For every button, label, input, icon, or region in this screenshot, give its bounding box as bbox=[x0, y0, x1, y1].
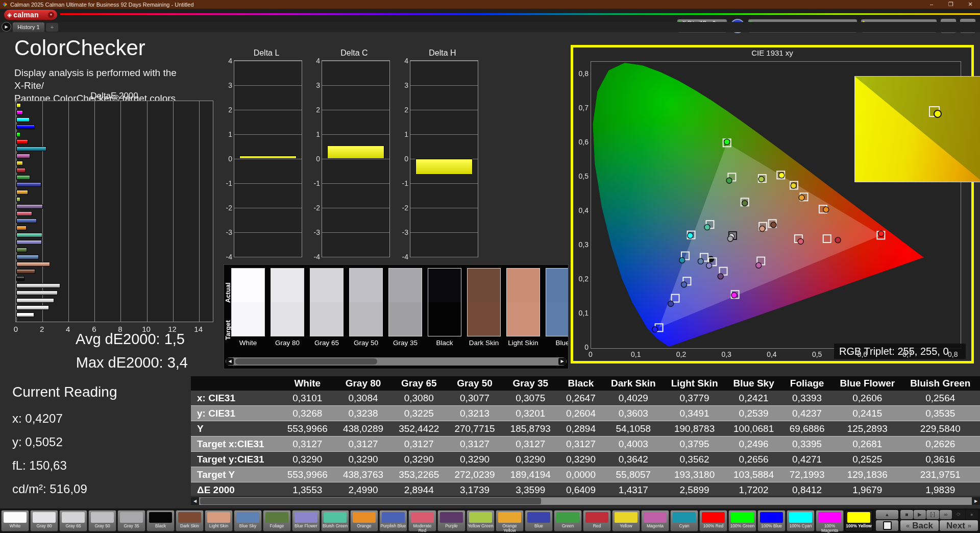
viewer-swatch-gray-50[interactable] bbox=[349, 268, 383, 336]
cell-value: 0,3127 bbox=[335, 437, 391, 452]
pattern-label: Moderate Red bbox=[409, 524, 436, 532]
strip-expand-button[interactable]: ▲ bbox=[876, 510, 898, 519]
tab-scroll-button[interactable]: ▶ bbox=[2, 22, 11, 32]
calman-menu-button[interactable]: ◈ calman ▾ bbox=[4, 10, 57, 20]
scrollbar-thumb[interactable] bbox=[235, 358, 377, 365]
table-scroll-right-icon[interactable]: ▶ bbox=[972, 497, 980, 505]
measured-point-cyan bbox=[679, 257, 685, 263]
cell-value: 553,9966 bbox=[280, 421, 335, 437]
table-scroll-left-icon[interactable]: ◀ bbox=[191, 497, 199, 505]
row-label: Target y:CIE31 bbox=[191, 452, 280, 467]
pattern-button-100-yellow[interactable]: 100% Yellow bbox=[845, 510, 873, 531]
deltae-bar-gray-65 bbox=[16, 298, 54, 303]
scroll-right-icon[interactable]: ▶ bbox=[558, 358, 566, 365]
restore-button[interactable]: ❐ bbox=[941, 0, 961, 9]
gridline bbox=[234, 159, 302, 159]
pattern-button-purple[interactable]: Purple bbox=[437, 510, 465, 531]
pattern-button-foliage[interactable]: Foliage bbox=[263, 510, 291, 531]
cell-value: 0,4029 bbox=[603, 391, 664, 406]
pattern-button-blue-sky[interactable]: Blue Sky bbox=[234, 510, 262, 531]
table-scrollbar-thumb[interactable] bbox=[200, 498, 541, 504]
gridline bbox=[410, 134, 478, 135]
pattern-button-blue[interactable]: Blue bbox=[525, 510, 553, 531]
pattern-button-100-green[interactable]: 100% Green bbox=[728, 510, 756, 531]
axis-tick-label: 0,1 bbox=[627, 350, 645, 358]
pattern-swatch bbox=[498, 512, 521, 523]
cell-value: 189,4194 bbox=[503, 467, 558, 482]
pattern-button-100-cyan[interactable]: 100% Cyan bbox=[787, 510, 815, 531]
cell-value: 69,6886 bbox=[782, 421, 832, 437]
deltae-bar-bluish-green bbox=[16, 233, 42, 237]
axis-tick-label: 4 bbox=[400, 57, 408, 65]
pattern-button-100-magenta[interactable]: 100% Magenta bbox=[816, 510, 844, 531]
stop-icon[interactable]: ■ bbox=[900, 510, 913, 519]
gridline bbox=[120, 101, 121, 322]
pattern-button-100-red[interactable]: 100% Red bbox=[699, 510, 727, 531]
target-color bbox=[546, 302, 569, 336]
tab-history-1[interactable]: History 1 bbox=[13, 22, 44, 32]
deltae-bar-red bbox=[16, 168, 26, 173]
close-button[interactable]: ✕ bbox=[961, 0, 980, 9]
axis-tick-label: 0,5 bbox=[808, 350, 826, 358]
table-scrollbar[interactable]: ◀ ▶ bbox=[191, 497, 980, 505]
viewer-swatch-gray-80[interactable] bbox=[271, 268, 304, 336]
viewer-swatch-blue[interactable] bbox=[546, 268, 569, 336]
pattern-button-red[interactable]: Red bbox=[583, 510, 611, 531]
refresh-icon[interactable]: ⟳ bbox=[952, 510, 965, 519]
add-tab-button[interactable]: + bbox=[46, 23, 58, 32]
viewer-swatch-black[interactable] bbox=[428, 268, 461, 336]
single-measure-icon[interactable]: [·] bbox=[926, 510, 939, 519]
pattern-button-light-skin[interactable]: Light Skin bbox=[205, 510, 233, 531]
record-icon[interactable]: ● bbox=[966, 510, 978, 519]
pattern-button-orange-yellow[interactable]: Orange Yellow bbox=[496, 510, 524, 531]
current-reading-title: Current Reading bbox=[12, 384, 117, 400]
viewer-swatch-dark-skin[interactable] bbox=[467, 268, 501, 336]
pattern-button-100-blue[interactable]: 100% Blue bbox=[757, 510, 786, 531]
pattern-swatch bbox=[4, 512, 27, 523]
pattern-button-gray-65[interactable]: Gray 65 bbox=[59, 510, 87, 531]
pattern-button-white[interactable]: White bbox=[1, 510, 29, 531]
scroll-left-icon[interactable]: ◀ bbox=[226, 358, 234, 365]
pattern-button-dark-skin[interactable]: Dark Skin bbox=[176, 510, 204, 531]
continuous-icon[interactable]: ∞ bbox=[940, 510, 952, 519]
actual-color bbox=[271, 269, 304, 302]
pattern-button-yellow-green[interactable]: Yellow Green bbox=[467, 510, 495, 531]
pattern-button-yellow[interactable]: Yellow bbox=[612, 510, 640, 531]
pattern-button-blue-flower[interactable]: Blue Flower bbox=[292, 510, 320, 531]
gridline bbox=[322, 257, 389, 257]
back-button[interactable]: « Back bbox=[900, 520, 939, 531]
gridline bbox=[42, 101, 43, 322]
cell-value: 0,2525 bbox=[832, 452, 902, 467]
viewer-swatch-light-skin[interactable] bbox=[506, 268, 540, 336]
pattern-button-orange[interactable]: Orange bbox=[350, 510, 378, 531]
viewer-swatch-gray-35[interactable] bbox=[388, 268, 422, 336]
pattern-button-cyan[interactable]: Cyan bbox=[670, 510, 698, 531]
pattern-button-gray-50[interactable]: Gray 50 bbox=[88, 510, 116, 531]
next-button[interactable]: Next » bbox=[940, 520, 978, 531]
play-icon[interactable]: ▶ bbox=[914, 510, 926, 519]
cell-value: 0,2656 bbox=[726, 452, 782, 467]
actual-color bbox=[546, 269, 569, 302]
pattern-button-black[interactable]: Black bbox=[146, 510, 175, 531]
axis-tick-label: 0,7 bbox=[573, 104, 589, 112]
axis-tick-label: 2 bbox=[400, 106, 408, 114]
pattern-button-moderate-red[interactable]: Moderate Red bbox=[408, 510, 436, 531]
pattern-button-gray-35[interactable]: Gray 35 bbox=[117, 510, 145, 531]
pattern-button-bluish-green[interactable]: Bluish Green bbox=[321, 510, 349, 531]
pattern-button-magenta[interactable]: Magenta bbox=[641, 510, 669, 531]
window-marker-button[interactable] bbox=[876, 520, 898, 531]
pattern-button-green[interactable]: Green bbox=[554, 510, 582, 531]
axis-tick-label: 1 bbox=[224, 130, 232, 138]
pattern-button-purplish-blue[interactable]: Purplish Blue bbox=[379, 510, 407, 531]
target-color bbox=[232, 302, 264, 336]
swatch-label: Light Skin bbox=[506, 339, 540, 347]
minimize-button[interactable]: – bbox=[922, 0, 941, 9]
measure-controls: ■▶[·]∞⟳● bbox=[900, 510, 978, 519]
pattern-button-gray-80[interactable]: Gray 80 bbox=[30, 510, 58, 531]
cell-value: 0,2415 bbox=[832, 406, 902, 421]
cell-value: 1,4317 bbox=[603, 482, 664, 496]
viewer-swatch-gray-65[interactable] bbox=[310, 268, 344, 336]
column-header: Black bbox=[558, 376, 603, 391]
swatch-scrollbar[interactable]: ◀ ▶ bbox=[226, 357, 567, 366]
viewer-swatch-white[interactable] bbox=[231, 268, 265, 336]
